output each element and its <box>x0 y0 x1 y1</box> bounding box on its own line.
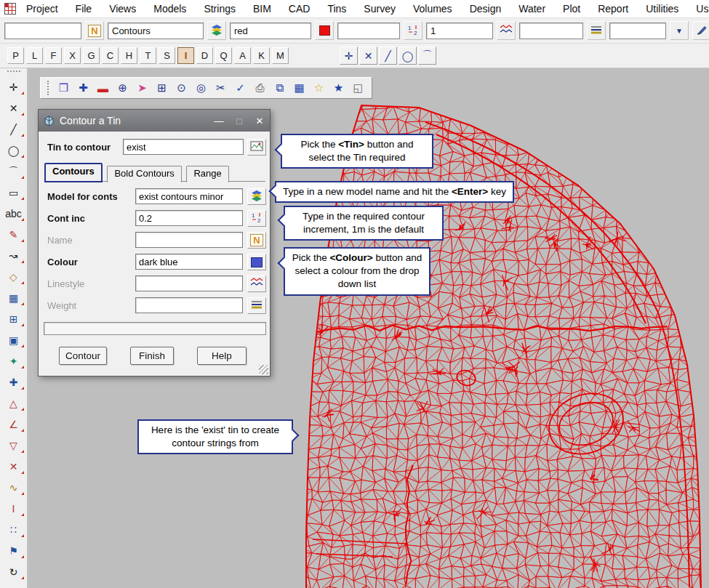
view-window-icon[interactable]: ⊞ <box>1 308 26 329</box>
letter-button[interactable]: F <box>45 47 62 64</box>
field-input-4[interactable] <box>337 23 400 39</box>
menu-item[interactable]: Water <box>510 1 554 17</box>
viewbar-grip[interactable] <box>47 81 51 95</box>
add-view-icon[interactable]: ✚ <box>73 79 93 97</box>
letter-button[interactable]: Q <box>215 47 232 64</box>
field-input-7[interactable] <box>609 23 666 39</box>
table-grid-icon[interactable]: ▦ <box>289 79 309 97</box>
menu-item[interactable]: Volumes <box>404 1 461 17</box>
minimize-button[interactable]: — <box>209 116 229 126</box>
menu-item[interactable]: Strings <box>195 1 244 17</box>
magnify-icon[interactable]: ◎ <box>191 79 211 97</box>
window-restore-icon[interactable]: ◱ <box>348 79 368 97</box>
polygon-icon[interactable]: ▣ <box>1 329 26 350</box>
letter-button[interactable]: H <box>121 47 137 64</box>
function-input[interactable] <box>4 23 81 39</box>
zoom-window-icon[interactable]: ⊞ <box>152 79 172 97</box>
pencil-edit-icon[interactable]: ✎ <box>1 224 26 245</box>
weight-input[interactable] <box>135 297 243 313</box>
menu-item[interactable]: File <box>67 1 101 17</box>
menu-item[interactable]: Tins <box>319 1 355 17</box>
model-layers-button[interactable] <box>207 21 226 40</box>
sidebar-grip[interactable] <box>7 71 20 74</box>
field-input-6[interactable] <box>519 23 583 39</box>
menu-item[interactable]: CAD <box>280 1 319 17</box>
letter-button[interactable]: T <box>140 47 156 64</box>
letter-button[interactable]: M <box>272 47 289 64</box>
line-draw-icon[interactable]: ╱ <box>1 118 26 140</box>
tin-select-button[interactable] <box>247 139 266 156</box>
arc-draw-icon[interactable]: ⌒ <box>1 161 26 182</box>
copy-pages-icon[interactable]: ⧉ <box>270 79 289 97</box>
measure-points-icon[interactable]: ∷ <box>1 519 26 540</box>
text-box-icon[interactable]: I <box>1 498 26 519</box>
letter-button[interactable]: S <box>159 47 175 64</box>
dropdown-button[interactable]: ▼ <box>670 21 689 40</box>
triangle-tool-icon[interactable]: △ <box>1 392 26 414</box>
snap-arc-icon[interactable]: ⌒ <box>418 47 436 65</box>
text-draw-icon[interactable]: abc <box>1 203 26 224</box>
pick-pen-button[interactable] <box>692 21 709 40</box>
print-icon[interactable]: ⎙ <box>250 79 270 97</box>
tab-contours[interactable]: Contours <box>44 163 103 182</box>
lasso-icon[interactable]: ◇ <box>1 266 26 287</box>
flag-icon[interactable]: ⚑ <box>1 540 26 561</box>
contour-button[interactable]: Contour <box>59 347 107 365</box>
cont-inc-input[interactable] <box>135 210 243 226</box>
pick-zoom-icon[interactable]: ➤ <box>132 79 152 97</box>
menu-item[interactable]: Survey <box>355 1 404 17</box>
menu-item[interactable]: Plot <box>554 1 589 17</box>
refresh-check-icon[interactable]: ✓ <box>231 79 250 97</box>
tab-bold-contours[interactable]: Bold Contours <box>107 166 181 182</box>
colour-swatch-button[interactable] <box>247 254 266 270</box>
letter-button[interactable]: A <box>234 47 251 64</box>
menu-item[interactable]: Design <box>461 1 510 17</box>
weight-input[interactable] <box>426 23 493 39</box>
weight-lines-button[interactable] <box>247 297 266 314</box>
rotate-icon[interactable]: ↻ <box>1 561 26 582</box>
value-set-button[interactable]: 12 <box>404 21 422 40</box>
letter-button[interactable]: P <box>7 47 24 64</box>
maximize-button[interactable]: □ <box>229 116 249 126</box>
letter-button[interactable]: K <box>253 47 270 64</box>
letter-button[interactable]: D <box>196 47 213 64</box>
cont-inc-button[interactable]: 12 <box>247 210 266 227</box>
close-button[interactable]: ✕ <box>249 116 270 126</box>
letter-button[interactable]: G <box>83 47 100 64</box>
help-button[interactable]: Help <box>197 347 247 365</box>
polyline-icon[interactable]: ↝ <box>1 245 26 266</box>
colour-input[interactable] <box>135 254 243 270</box>
colour-swatch-button[interactable] <box>315 21 334 40</box>
small-x-icon[interactable]: ✕ <box>1 456 26 477</box>
menu-item[interactable]: Project <box>17 1 67 17</box>
weight-lines-button[interactable] <box>587 21 606 40</box>
snap-star-icon[interactable]: ✦ <box>1 350 26 371</box>
linestyle-button[interactable] <box>247 275 266 292</box>
delete-icon[interactable]: ✕ <box>1 97 26 118</box>
favourite-star-icon[interactable]: ☆ <box>309 79 329 97</box>
snap-cross-icon[interactable]: ✕ <box>359 47 377 65</box>
plot-frame-icon[interactable]: ❒ <box>54 79 73 97</box>
letter-button[interactable]: C <box>102 47 119 64</box>
rectangle-draw-icon[interactable]: ▭ <box>1 182 26 203</box>
circle-draw-icon[interactable]: ◯ <box>1 140 26 161</box>
triangle-down-icon[interactable]: ▽ <box>1 435 26 456</box>
menu-item[interactable]: User <box>687 1 709 17</box>
letter-button[interactable]: X <box>64 47 81 64</box>
letter-button[interactable]: I <box>177 47 194 64</box>
crosshair-icon[interactable]: ✚ <box>1 371 26 392</box>
blue-star-icon[interactable]: ★ <box>329 79 348 97</box>
tin-input[interactable] <box>123 139 244 155</box>
letter-button[interactable]: L <box>26 47 43 64</box>
zoom-previous-icon[interactable]: ⊙ <box>172 79 191 97</box>
remove-view-icon[interactable]: ▬ <box>93 79 113 97</box>
model-for-conts-input[interactable] <box>135 188 243 204</box>
tab-range[interactable]: Range <box>186 166 228 182</box>
menu-item[interactable]: BIM <box>244 1 280 17</box>
finish-button[interactable]: Finish <box>130 347 174 365</box>
menu-item[interactable]: Models <box>145 1 195 17</box>
snap-circle-icon[interactable]: ◯ <box>398 47 417 65</box>
snap-point-icon[interactable]: ✛ <box>340 47 358 65</box>
grid-icon[interactable]: ▦ <box>1 287 26 308</box>
cut-icon[interactable]: ✂ <box>211 79 231 97</box>
